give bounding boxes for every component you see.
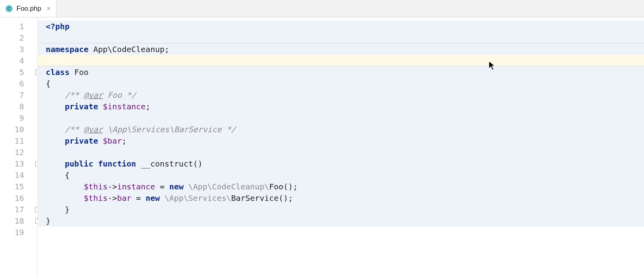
code-line[interactable]: } bbox=[38, 204, 644, 215]
line-number[interactable]: 3 bbox=[0, 43, 37, 55]
editor-area: 1 2 3 4 5− 6 7 8 9 10 11 12 13− 14 15 16… bbox=[0, 17, 644, 277]
line-number[interactable]: 18⌃ bbox=[0, 215, 37, 226]
line-number[interactable]: 5− bbox=[0, 66, 37, 78]
line-number[interactable]: 19 bbox=[0, 226, 37, 238]
line-number[interactable]: 1 bbox=[0, 21, 37, 32]
code-line[interactable]: /** @var Foo */ bbox=[38, 89, 644, 101]
line-number[interactable]: 17⌃ bbox=[0, 204, 37, 215]
code-line[interactable] bbox=[38, 112, 644, 124]
tab-bar: C Foo.php × bbox=[0, 0, 644, 17]
code-line[interactable] bbox=[38, 146, 644, 158]
code-line[interactable] bbox=[38, 226, 644, 238]
code-line[interactable] bbox=[38, 55, 644, 66]
tab-filename: Foo.php bbox=[17, 5, 41, 13]
code-line[interactable] bbox=[38, 32, 644, 43]
line-number[interactable]: 9 bbox=[0, 112, 37, 124]
line-number[interactable]: 16 bbox=[0, 192, 37, 204]
code-line[interactable]: { bbox=[38, 169, 644, 181]
class-file-icon: C bbox=[6, 5, 13, 12]
gutter: 1 2 3 4 5− 6 7 8 9 10 11 12 13− 14 15 16… bbox=[0, 17, 38, 277]
line-number[interactable]: 4 bbox=[0, 55, 37, 66]
code-line[interactable]: private $instance; bbox=[38, 101, 644, 112]
line-number[interactable]: 14 bbox=[0, 169, 37, 181]
code-line[interactable]: $this->bar = new \App\Services\BarServic… bbox=[38, 192, 644, 204]
code-editor[interactable]: <?php namespace App\CodeCleanup; class F… bbox=[38, 17, 644, 277]
line-number[interactable]: 10 bbox=[0, 124, 37, 135]
line-number[interactable]: 11 bbox=[0, 135, 37, 146]
code-line[interactable]: private $bar; bbox=[38, 135, 644, 146]
line-number[interactable]: 13− bbox=[0, 158, 37, 169]
line-number[interactable]: 7 bbox=[0, 89, 37, 101]
line-number[interactable]: 15 bbox=[0, 181, 37, 192]
code-line[interactable]: /** @var \App\Services\BarService */ bbox=[38, 124, 644, 135]
code-line[interactable]: { bbox=[38, 78, 644, 89]
code-line[interactable]: namespace App\CodeCleanup; bbox=[38, 43, 644, 55]
file-tab[interactable]: C Foo.php × bbox=[0, 0, 56, 17]
line-number[interactable]: 6 bbox=[0, 78, 37, 89]
line-number[interactable]: 8 bbox=[0, 101, 37, 112]
code-line[interactable]: } bbox=[38, 215, 644, 226]
code-line[interactable]: public function __construct() bbox=[38, 158, 644, 169]
close-icon[interactable]: × bbox=[45, 5, 52, 12]
line-number[interactable]: 2 bbox=[0, 32, 37, 43]
code-line[interactable]: $this->instance = new \App\CodeCleanup\F… bbox=[38, 181, 644, 192]
code-line[interactable]: class Foo bbox=[38, 66, 644, 78]
code-line[interactable]: <?php bbox=[38, 21, 644, 32]
line-number[interactable]: 12 bbox=[0, 146, 37, 158]
